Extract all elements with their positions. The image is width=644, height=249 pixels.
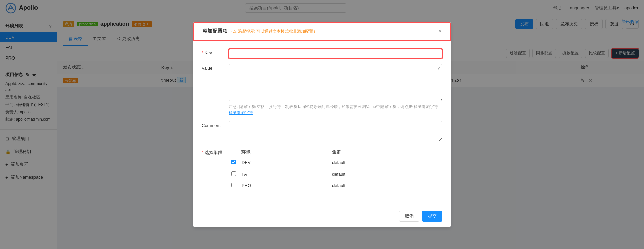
modal-header: 添加配置项 （⚠ 温馨提示: 可以通过文本模式批量添加配置） ×	[193, 22, 451, 41]
key-field-row: Key	[202, 49, 442, 59]
comment-field-row: Comment	[202, 121, 442, 142]
modal-footer: 取消 提交	[193, 205, 451, 227]
cluster-env-dev: DEV	[239, 157, 329, 168]
modal-hint: （⚠ 温馨提示: 可以通过文本模式批量添加配置）	[229, 29, 317, 34]
cluster-checkbox-fat[interactable]	[231, 171, 236, 176]
key-label: Key	[202, 49, 229, 55]
modal-body: Key Value ⤢ 注意: 隐藏字符(空格、换行符、制表符Tab)容易导致配…	[193, 41, 451, 205]
key-input[interactable]	[229, 49, 442, 59]
cluster-table: 环境 集群 DEV default	[229, 148, 442, 191]
cancel-button[interactable]: 取消	[399, 211, 419, 222]
comment-label: Comment	[202, 121, 229, 128]
cluster-field-row: 选择集群 环境 集群 DEV	[202, 148, 442, 191]
modal-overlay: 添加配置项 （⚠ 温馨提示: 可以通过文本模式批量添加配置） × Key Val…	[0, 0, 644, 249]
modal-close-button[interactable]: ×	[439, 28, 442, 35]
add-config-modal: 添加配置项 （⚠ 温馨提示: 可以通过文本模式批量添加配置） × Key Val…	[193, 22, 451, 227]
cluster-row-pro: PRO default	[229, 180, 442, 191]
comment-textarea[interactable]	[229, 121, 442, 141]
value-hint: 注意: 隐藏字符(空格、换行符、制表符Tab)容易导致配置出错，如果需要检测Va…	[229, 104, 442, 116]
value-label: Value	[202, 64, 229, 71]
value-control: ⤢ 注意: 隐藏字符(空格、换行符、制表符Tab)容易导致配置出错，如果需要检测…	[229, 64, 442, 116]
cluster-env-pro: PRO	[239, 180, 329, 191]
value-textarea[interactable]	[229, 64, 442, 101]
cluster-env-fat: FAT	[239, 168, 329, 180]
hint-icon: ⚠	[233, 29, 237, 34]
value-field-row: Value ⤢ 注意: 隐藏字符(空格、换行符、制表符Tab)容易导致配置出错，…	[202, 64, 442, 116]
cluster-label: 选择集群	[202, 148, 229, 156]
cluster-row-dev: DEV default	[229, 157, 442, 168]
cluster-col-select	[229, 148, 239, 157]
modal-title: 添加配置项 （⚠ 温馨提示: 可以通过文本模式批量添加配置）	[202, 28, 317, 35]
key-control	[229, 49, 442, 59]
cluster-name-dev: default	[329, 157, 442, 168]
cluster-checkbox-dev[interactable]	[231, 160, 236, 164]
submit-button[interactable]: 提交	[422, 211, 442, 222]
cluster-col-cluster: 集群	[329, 148, 442, 157]
cluster-control: 环境 集群 DEV default	[229, 148, 442, 191]
cluster-name-pro: default	[329, 180, 442, 191]
expand-icon[interactable]: ⤢	[437, 65, 441, 71]
comment-control	[229, 121, 442, 142]
detect-hidden-link[interactable]: 检测隐藏字符	[229, 110, 253, 115]
textarea-wrapper: ⤢	[229, 64, 442, 102]
cluster-row-fat: FAT default	[229, 168, 442, 180]
cluster-name-fat: default	[329, 168, 442, 180]
cluster-checkbox-pro[interactable]	[231, 183, 236, 187]
cluster-col-env: 环境	[239, 148, 329, 157]
